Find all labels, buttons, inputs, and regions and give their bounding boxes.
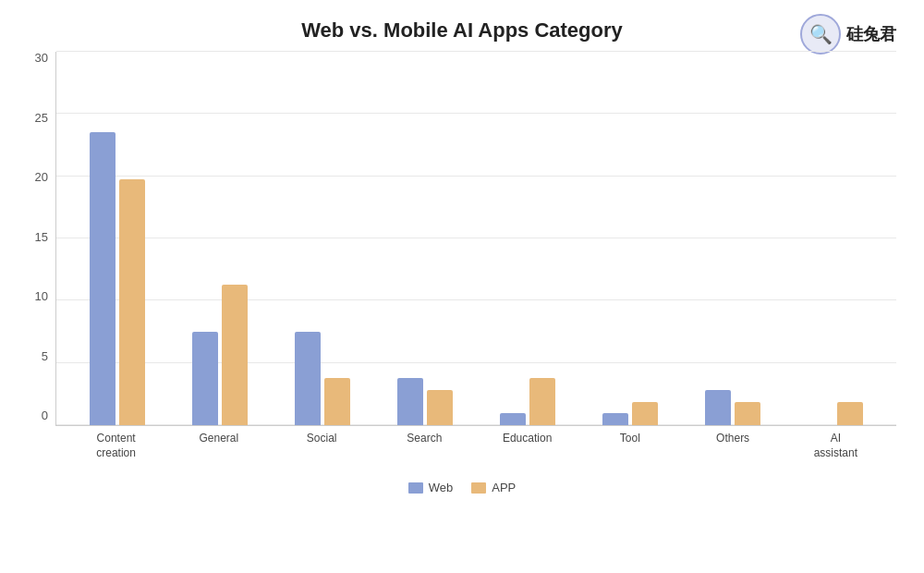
chart-area: 302520151050 ContentcreationGeneralSocia… xyxy=(28,52,896,477)
x-axis-label: Social xyxy=(289,432,354,477)
logo-icon: 🔍 xyxy=(800,14,841,55)
bars-pair xyxy=(500,378,555,425)
x-axis-label: Others xyxy=(700,432,765,477)
bar-group xyxy=(397,378,453,425)
legend-web-label: Web xyxy=(429,481,454,494)
y-axis-label: 0 xyxy=(42,409,48,421)
bar-group xyxy=(90,132,145,425)
bar-web xyxy=(397,378,423,425)
bars-pair xyxy=(397,378,453,425)
bar-web xyxy=(90,132,116,425)
bar-app xyxy=(735,402,760,425)
bars-pair xyxy=(808,402,863,425)
x-axis-label: Education xyxy=(495,432,560,477)
bar-group xyxy=(295,332,350,425)
y-axis-label: 20 xyxy=(35,171,48,183)
bar-app xyxy=(324,378,350,425)
bar-app xyxy=(119,179,145,425)
bars-pair xyxy=(705,390,760,425)
bars-pair xyxy=(295,332,350,425)
bar-app xyxy=(427,390,453,425)
bar-web xyxy=(295,332,321,425)
chart-inner: ContentcreationGeneralSocialSearchEducat… xyxy=(55,52,896,477)
bar-group xyxy=(705,390,760,425)
bar-group xyxy=(808,402,863,425)
legend-web-box xyxy=(408,482,423,494)
x-labels: ContentcreationGeneralSocialSearchEducat… xyxy=(55,426,896,477)
bar-app xyxy=(632,402,658,425)
bar-app xyxy=(222,285,248,425)
bar-group xyxy=(192,285,248,425)
bar-groups xyxy=(56,52,896,425)
logo-text: 硅兔君 xyxy=(846,23,896,45)
x-axis-label: Search xyxy=(392,432,456,477)
x-axis-label: Tool xyxy=(598,432,663,477)
legend-app: APP xyxy=(471,481,516,494)
x-axis-label: Contentcreation xyxy=(84,432,149,477)
legend-web: Web xyxy=(408,481,454,494)
bars-pair xyxy=(602,402,658,425)
y-axis-label: 10 xyxy=(35,290,48,302)
legend-app-label: APP xyxy=(492,481,516,494)
logo: 🔍 硅兔君 xyxy=(800,14,896,55)
bar-group xyxy=(500,378,555,425)
bars-and-grid xyxy=(55,52,896,426)
y-axis-label: 25 xyxy=(35,112,48,124)
legend-app-box xyxy=(471,482,486,494)
x-axis-label: AIassistant xyxy=(803,432,868,477)
y-axis-label: 5 xyxy=(42,350,48,362)
bar-web xyxy=(500,413,526,425)
bar-web xyxy=(192,332,218,425)
y-axis-label: 15 xyxy=(35,231,48,243)
chart-container: Web vs. Mobile AI Apps Category 🔍 硅兔君 30… xyxy=(0,0,924,573)
bars-pair xyxy=(192,285,248,425)
bar-group xyxy=(602,402,658,425)
bar-web xyxy=(705,390,731,425)
legend: Web APP xyxy=(28,481,896,494)
y-axis-label: 30 xyxy=(35,52,48,64)
x-axis-label: General xyxy=(187,432,251,477)
bar-web xyxy=(602,413,628,425)
bars-pair xyxy=(90,132,145,425)
bar-app xyxy=(529,378,555,425)
bar-app xyxy=(837,402,863,425)
title-row: Web vs. Mobile AI Apps Category 🔍 硅兔君 xyxy=(28,18,896,43)
chart-title: Web vs. Mobile AI Apps Category xyxy=(301,18,623,43)
y-axis: 302520151050 xyxy=(28,52,55,477)
